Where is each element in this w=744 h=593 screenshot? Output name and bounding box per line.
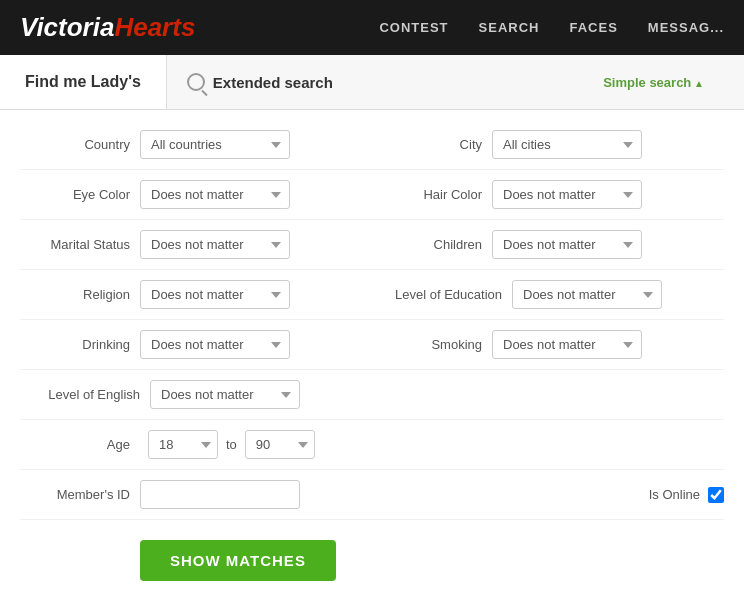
simple-search-link[interactable]: Simple search: [603, 75, 704, 90]
marital-status-label: Marital Status: [20, 237, 140, 252]
member-id-label: Member's ID: [20, 487, 140, 502]
search-form: Country All countries City All cities Ey…: [0, 110, 744, 593]
row-member-id: Member's ID Is Online: [20, 470, 724, 520]
field-group-member-id: Member's ID: [20, 480, 629, 509]
tab-extended-search[interactable]: Extended search Simple search: [167, 55, 744, 109]
show-matches-button[interactable]: SHOW MATCHES: [140, 540, 336, 581]
drinking-select[interactable]: Does not matter: [140, 330, 290, 359]
tab-bar: Find me Lady's Extended search Simple se…: [0, 55, 744, 110]
row-marital-children: Marital Status Does not matter Children …: [20, 220, 724, 270]
religion-select[interactable]: Does not matter: [140, 280, 290, 309]
city-label: City: [372, 137, 492, 152]
level-english-select[interactable]: Does not matter: [150, 380, 300, 409]
field-group-drinking: Drinking Does not matter: [20, 330, 372, 359]
smoking-label: Smoking: [372, 337, 492, 352]
country-select[interactable]: All countries: [140, 130, 290, 159]
is-online-group: Is Online: [649, 487, 724, 503]
eye-color-label: Eye Color: [20, 187, 140, 202]
eye-color-select[interactable]: Does not matter: [140, 180, 290, 209]
nav: CONTEST SEARCH FACES MESSAG...: [379, 20, 724, 35]
logo-hearts: Hearts: [114, 12, 195, 43]
field-group-country: Country All countries: [20, 130, 372, 159]
row-age: Age 18 to 90: [20, 420, 724, 470]
level-education-label: Level of Education: [372, 287, 512, 302]
nav-faces[interactable]: FACES: [569, 20, 617, 35]
main-content: Find me Lady's Extended search Simple se…: [0, 55, 744, 593]
field-group-children: Children Does not matter: [372, 230, 724, 259]
row-drinking-smoking: Drinking Does not matter Smoking Does no…: [20, 320, 724, 370]
country-label: Country: [20, 137, 140, 152]
hair-color-select[interactable]: Does not matter: [492, 180, 642, 209]
age-to-label: to: [226, 437, 237, 452]
field-group-level-education: Level of Education Does not matter: [372, 280, 724, 309]
smoking-select[interactable]: Does not matter: [492, 330, 642, 359]
nav-contest[interactable]: CONTEST: [379, 20, 448, 35]
row-religion-education: Religion Does not matter Level of Educat…: [20, 270, 724, 320]
field-group-city: City All cities: [372, 130, 724, 159]
nav-messages[interactable]: MESSAG...: [648, 20, 724, 35]
age-from-select[interactable]: 18: [148, 430, 218, 459]
marital-status-select[interactable]: Does not matter: [140, 230, 290, 259]
age-label: Age: [20, 437, 140, 452]
drinking-label: Drinking: [20, 337, 140, 352]
level-english-label: Level of English: [20, 387, 150, 402]
religion-label: Religion: [20, 287, 140, 302]
row-level-english: Level of English Does not matter: [20, 370, 724, 420]
member-id-input[interactable]: [140, 480, 300, 509]
is-online-checkbox[interactable]: [708, 487, 724, 503]
row-eye-hair: Eye Color Does not matter Hair Color Doe…: [20, 170, 724, 220]
row-show-matches: SHOW MATCHES: [20, 520, 724, 593]
field-group-marital-status: Marital Status Does not matter: [20, 230, 372, 259]
field-group-religion: Religion Does not matter: [20, 280, 372, 309]
children-label: Children: [372, 237, 492, 252]
is-online-label: Is Online: [649, 487, 700, 502]
children-select[interactable]: Does not matter: [492, 230, 642, 259]
logo-victoria: Victoria: [20, 12, 114, 43]
field-group-smoking: Smoking Does not matter: [372, 330, 724, 359]
tab-find-ladies[interactable]: Find me Lady's: [0, 55, 167, 109]
field-group-eye-color: Eye Color Does not matter: [20, 180, 372, 209]
age-to-select[interactable]: 90: [245, 430, 315, 459]
header: VictoriaHearts CONTEST SEARCH FACES MESS…: [0, 0, 744, 55]
age-group: Age 18 to 90: [20, 430, 315, 459]
extended-search-label: Extended search: [213, 74, 333, 91]
field-group-hair-color: Hair Color Does not matter: [372, 180, 724, 209]
level-education-select[interactable]: Does not matter: [512, 280, 662, 309]
search-icon: [187, 73, 205, 91]
field-group-level-english: Level of English Does not matter: [20, 380, 724, 409]
row-country-city: Country All countries City All cities: [20, 120, 724, 170]
nav-search[interactable]: SEARCH: [479, 20, 540, 35]
hair-color-label: Hair Color: [372, 187, 492, 202]
city-select[interactable]: All cities: [492, 130, 642, 159]
logo: VictoriaHearts: [20, 12, 195, 43]
